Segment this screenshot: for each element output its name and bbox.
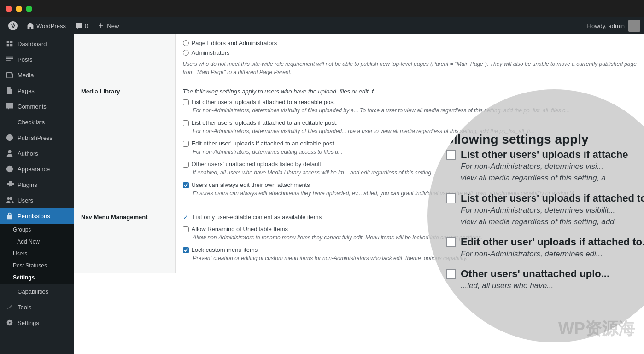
sidebar-label-media: Media [18,72,34,79]
desc-edit-editable: For non-Administrators, determines editi… [193,148,637,156]
radio-administrators[interactable] [183,50,189,56]
sidebar-sub-post-statuses[interactable]: Post Statuses [0,260,74,272]
permissions-submenu: Groups – Add New Users Post Statuses Set… [0,224,74,284]
admin-bar-new-label: New [107,23,119,29]
field-edit-own: Users can always edit their own attachme… [183,181,637,197]
field-unattached-label: Other users' unattached uploads listed b… [183,161,637,168]
sidebar-label-tools: Tools [18,304,31,311]
field-list-user-editable-label: ✓ List only user-editable content as ava… [183,214,637,221]
sidebar-sub-users[interactable]: Users [0,248,74,260]
role-label-cell [74,34,175,82]
sidebar-item-plugins[interactable]: Plugins [0,177,74,192]
sidebar-label-users: Users [18,197,33,204]
sidebar-item-capabilities[interactable]: Capabilities [0,284,74,299]
field-lock-custom: Lock custom menu items Prevent creation … [183,246,637,262]
desc-edit-own: Ensures users can always edit attachment… [193,189,637,197]
media-library-heading: The following settings apply to users wh… [183,88,637,95]
checkbox-lock-custom[interactable] [183,247,189,253]
authors-icon [6,149,14,157]
label-unattached: Other users' unattached uploads listed b… [192,161,321,168]
admin-bar-comments[interactable]: 0 [70,17,93,34]
nav-menu-content: ✓ List only user-editable content as ava… [175,208,644,273]
avatar [628,20,640,32]
field-allow-renaming-label: Allow Renaming of Uneditable Items [183,226,637,232]
label-list-editable: List other users' uploads if attached to… [192,119,338,126]
field-list-user-editable: ✓ List only user-editable content as ava… [183,214,637,221]
capabilities-icon [6,287,14,296]
sidebar-item-publishpress[interactable]: PublishPress [0,130,74,145]
settings-table: Page Editors and Administrators Administ… [74,34,644,273]
desc-lock-custom: Prevent creation or editing of custom me… [193,254,637,262]
wp-logo-icon [8,21,18,30]
checkbox-list-editable[interactable] [183,120,189,126]
sidebar-item-authors[interactable]: Authors [0,145,74,161]
role-requirements-row: Page Editors and Administrators Administ… [74,34,644,82]
admin-bar-new[interactable]: New [93,17,123,34]
sidebar-sub-groups[interactable]: Groups [0,224,74,236]
admin-bar-right: Howdy, admin [587,20,640,32]
overlay-item-4-desc: ...led, all users who have... [461,280,644,292]
posts-icon [6,55,14,64]
sidebar-item-pages[interactable]: Pages [0,83,74,99]
publishpress-icon [6,133,14,142]
radio-administrators-label: Administrators [192,49,230,56]
media-icon [6,71,14,79]
svg-point-0 [6,134,13,141]
traffic-light-yellow[interactable] [16,6,22,12]
radio-page-editors[interactable] [183,40,189,46]
sidebar-sub-add-new[interactable]: – Add New [0,236,74,248]
sidebar-item-posts[interactable]: Posts [0,52,74,67]
desc-allow-renaming: Allow non-Administrators to rename menu … [193,233,637,242]
sidebar-sub-settings[interactable]: Settings [0,272,74,284]
sidebar-label-settings: Settings [18,319,39,326]
field-list-editable-label: List other users' uploads if attached to… [183,119,637,126]
checkbox-edit-own[interactable] [183,182,189,188]
content-area: Page Editors and Administrators Administ… [74,34,644,354]
label-lock-custom: Lock custom menu items [192,246,258,253]
plus-icon [97,22,105,29]
label-list-readable: List other users' uploads if attached to… [192,99,335,105]
checkbox-list-readable[interactable] [183,99,189,105]
nav-menu-label: Nav Menu Management [74,208,175,273]
sidebar-label-posts: Posts [18,56,33,63]
field-list-readable: List other users' uploads if attached to… [183,99,637,115]
sidebar-item-media[interactable]: Media [0,67,74,83]
sidebar: Dashboard Posts Media Pages Comments Che… [0,34,74,354]
sidebar-label-capabilities: Capabilities [18,288,48,295]
sidebar-item-appearance[interactable]: Appearance [0,161,74,177]
sidebar-item-dashboard[interactable]: Dashboard [0,36,74,52]
sidebar-label-appearance: Appearance [18,166,50,173]
sidebar-item-comments[interactable]: Comments [0,99,74,114]
label-edit-editable: Edit other user' uploads if attached to … [192,140,334,147]
admin-bar-home[interactable]: WordPress [22,17,70,34]
admin-bar-wp-logo[interactable] [4,17,22,34]
label-allow-renaming: Allow Renaming of Uneditable Items [192,226,288,232]
checkbox-edit-editable[interactable] [183,141,189,147]
traffic-light-green[interactable] [26,6,32,12]
sidebar-label-comments: Comments [18,103,47,110]
field-list-readable-label: List other users' uploads if attached to… [183,99,637,105]
desc-unattached: If enabled, all users who have Media Lib… [193,168,637,177]
checkbox-unattached[interactable] [183,162,189,168]
admin-bar-greeting: Howdy, admin [587,23,625,29]
sidebar-item-permissions[interactable]: Permissions [0,208,74,224]
label-list-user-editable: List only user-editable content as avail… [193,214,322,221]
sidebar-item-users[interactable]: Users [0,192,74,208]
traffic-light-red[interactable] [6,6,12,12]
pages-icon [6,87,14,95]
field-edit-own-label: Users can always edit their own attachme… [183,181,637,188]
radio-page-editors-label: Page Editors and Administrators [192,40,277,46]
sidebar-label-pages: Pages [18,87,35,94]
checkbox-allow-renaming[interactable] [183,226,189,232]
field-allow-renaming: Allow Renaming of Uneditable Items Allow… [183,226,637,242]
media-library-content: The following settings apply to users wh… [175,82,644,208]
media-library-row: Media Library The following settings app… [74,82,644,208]
field-lock-custom-label: Lock custom menu items [183,246,637,253]
nav-menu-row: Nav Menu Management ✓ List only user-edi… [74,208,644,273]
label-edit-own: Users can always edit their own attachme… [192,181,310,188]
sidebar-label-permissions: Permissions [18,213,50,220]
sidebar-item-checklists[interactable]: Checklists [0,114,74,130]
sidebar-item-settings[interactable]: Settings [0,315,74,331]
radio-page-editors-row: Page Editors and Administrators [183,40,637,46]
sidebar-item-tools[interactable]: Tools [0,299,74,315]
